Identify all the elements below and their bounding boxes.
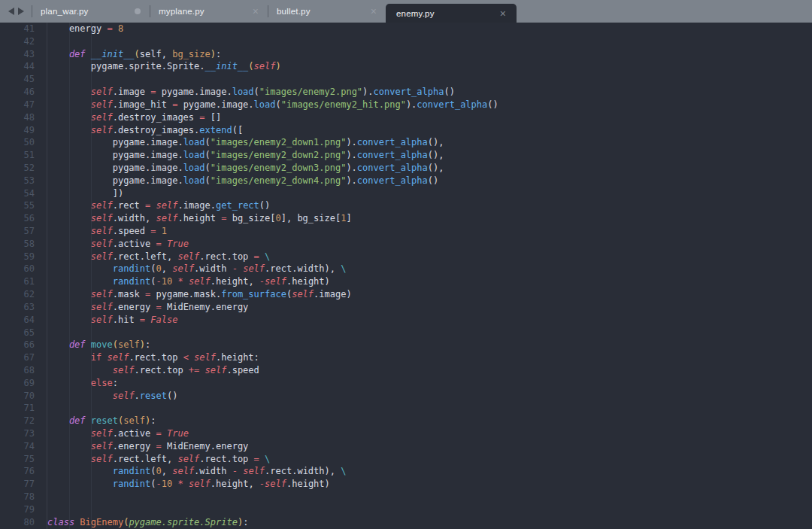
code-line[interactable]: 52 pygame.image.load("images/enemy2_down… (0, 162, 812, 175)
line-number: 80 (0, 516, 35, 529)
code-line[interactable]: 78 (0, 491, 812, 503)
code-line[interactable]: 75 self.rect.left, self.rect.top = \ (0, 453, 812, 466)
code-text: def reset(self): (47, 415, 812, 427)
tab-plan_war-py[interactable]: plan_war.py (32, 0, 150, 23)
line-number: 47 (0, 99, 35, 111)
code-text: class BigEnemy(pygame.sprite.Sprite): (47, 516, 812, 529)
code-line[interactable]: 53 pygame.image.load("images/enemy2_down… (0, 175, 812, 187)
close-icon[interactable]: × (371, 6, 377, 17)
window: plan_war.pymyplane.py×bullet.py×enemy.py… (0, 0, 812, 529)
line-number: 72 (0, 415, 35, 427)
code-line[interactable]: 66 def move(self): (0, 339, 812, 351)
code-text: self.image = pygame.image.load("images/e… (47, 86, 812, 99)
line-number: 69 (0, 377, 35, 390)
code-line[interactable]: 63 self.energy = MidEnemy.energy (0, 301, 812, 314)
close-icon[interactable]: × (500, 8, 506, 19)
code-line[interactable]: 79 (0, 503, 812, 516)
code-line[interactable]: 67 if self.rect.top < self.height: (0, 351, 812, 364)
code-text (47, 491, 812, 503)
line-number: 58 (0, 238, 35, 251)
close-icon[interactable]: × (253, 6, 259, 17)
code-text: randint(-10 * self.height, -self.height) (47, 275, 812, 288)
line-number: 44 (0, 60, 35, 73)
code-line[interactable]: 54 ]) (0, 187, 812, 200)
code-line[interactable]: 49 self.destroy_images.extend([ (0, 124, 812, 137)
code-line[interactable]: 62 self.mask = pygame.mask.from_surface(… (0, 288, 812, 301)
code-line[interactable]: 45 (0, 73, 812, 86)
indent-guide (69, 23, 70, 529)
line-number: 78 (0, 491, 35, 503)
tab-bullet-py[interactable]: bullet.py× (268, 0, 386, 23)
line-number: 63 (0, 301, 35, 314)
code-line[interactable]: 77 randint(-10 * self.height, -self.heig… (0, 478, 812, 491)
line-number: 67 (0, 351, 35, 364)
line-number: 52 (0, 162, 35, 175)
code-text: randint(0, self.width - self.rect.width)… (47, 465, 812, 478)
tab-nav-arrows (0, 0, 32, 23)
code-line[interactable]: 80class BigEnemy(pygame.sprite.Sprite): (0, 516, 812, 529)
code-line[interactable]: 69 else: (0, 377, 812, 390)
code-line[interactable]: 70 self.reset() (0, 390, 812, 403)
nav-back-icon[interactable] (8, 8, 14, 15)
line-number: 77 (0, 478, 35, 491)
code-line[interactable]: 56 self.width, self.height = bg_size[0],… (0, 212, 812, 225)
code-text: self.rect.left, self.rect.top = \ (47, 453, 812, 466)
tab-enemy-py[interactable]: enemy.py× (386, 4, 517, 23)
code-text: self.energy = MidEnemy.energy (47, 440, 812, 453)
code-text (47, 35, 812, 48)
code-text: self.rect.left, self.rect.top = \ (47, 251, 812, 263)
code-line[interactable]: 65 (0, 327, 812, 339)
tab-label: enemy.py (396, 9, 435, 18)
line-number: 45 (0, 73, 35, 86)
code-text: if self.rect.top < self.height: (47, 351, 812, 364)
code-line[interactable]: 55 self.rect = self.image.get_rect() (0, 199, 812, 212)
code-text: pygame.image.load("images/enemy2_down4.p… (47, 175, 812, 187)
code-line[interactable]: 76 randint(0, self.width - self.rect.wid… (0, 465, 812, 478)
code-text: pygame.sprite.Sprite.__init__(self) (47, 60, 812, 73)
code-line[interactable]: 41 energy = 8 (0, 23, 812, 35)
line-number: 76 (0, 465, 35, 478)
line-number: 66 (0, 339, 35, 351)
tab-bar: plan_war.pymyplane.py×bullet.py×enemy.py… (0, 0, 812, 23)
code-line[interactable]: 58 self.active = True (0, 238, 812, 251)
code-line[interactable]: 48 self.destroy_images = [] (0, 111, 812, 124)
line-number: 79 (0, 503, 35, 516)
code-line[interactable]: 57 self.speed = 1 (0, 225, 812, 238)
code-line[interactable]: 44 pygame.sprite.Sprite.__init__(self) (0, 60, 812, 73)
code-line[interactable]: 59 self.rect.left, self.rect.top = \ (0, 251, 812, 263)
line-number: 61 (0, 275, 35, 288)
code-text: self.reset() (47, 390, 812, 403)
code-text (47, 402, 812, 415)
code-line[interactable]: 61 randint(-10 * self.height, -self.heig… (0, 275, 812, 288)
code-text: energy = 8 (47, 23, 812, 35)
line-number: 48 (0, 111, 35, 124)
code-line[interactable]: 64 self.hit = False (0, 314, 812, 327)
code-line[interactable]: 43 def __init__(self, bg_size): (0, 48, 812, 61)
code-text (47, 503, 812, 516)
code-line[interactable]: 50 pygame.image.load("images/enemy2_down… (0, 136, 812, 149)
code-line[interactable]: 72 def reset(self): (0, 415, 812, 427)
code-text (47, 73, 812, 86)
nav-forward-icon[interactable] (18, 8, 24, 15)
line-number: 64 (0, 314, 35, 327)
code-line[interactable]: 73 self.active = True (0, 427, 812, 440)
code-text: def move(self): (47, 339, 812, 351)
code-line[interactable]: 71 (0, 402, 812, 415)
code-text: self.rect = self.image.get_rect() (47, 199, 812, 212)
code-line[interactable]: 68 self.rect.top += self.speed (0, 364, 812, 377)
code-line[interactable]: 42 (0, 35, 812, 48)
line-number: 57 (0, 225, 35, 238)
code-line[interactable]: 47 self.image_hit = pygame.image.load("i… (0, 99, 812, 111)
line-number: 54 (0, 187, 35, 200)
code-line[interactable]: 51 pygame.image.load("images/enemy2_down… (0, 149, 812, 162)
code-line[interactable]: 74 self.energy = MidEnemy.energy (0, 440, 812, 453)
line-number: 59 (0, 251, 35, 263)
line-number: 42 (0, 35, 35, 48)
code-line[interactable]: 60 randint(0, self.width - self.rect.wid… (0, 263, 812, 275)
code-editor[interactable]: 41 energy = 84243 def __init__(self, bg_… (0, 23, 812, 529)
code-text: self.image_hit = pygame.image.load("imag… (47, 99, 812, 111)
code-line[interactable]: 46 self.image = pygame.image.load("image… (0, 86, 812, 99)
line-number: 62 (0, 288, 35, 301)
line-number: 73 (0, 427, 35, 440)
tab-myplane-py[interactable]: myplane.py× (150, 0, 268, 23)
